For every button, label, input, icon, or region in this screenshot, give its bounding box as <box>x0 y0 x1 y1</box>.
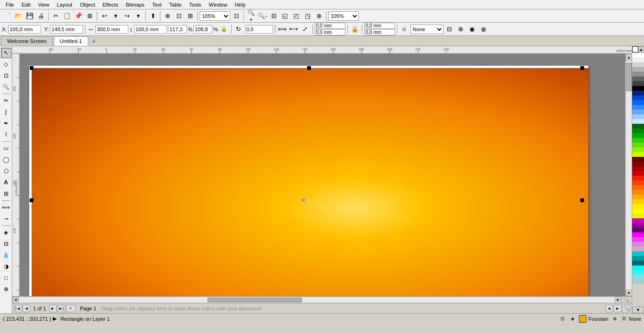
color-green2[interactable] <box>632 133 644 138</box>
menu-object[interactable]: Object <box>76 1 99 9</box>
cut-button[interactable]: ✂ <box>50 11 61 21</box>
color-teal2[interactable] <box>632 256 644 261</box>
zoom-page-button[interactable]: ◱ <box>280 11 290 21</box>
save-button[interactable]: 💾 <box>25 11 35 21</box>
extra-btn2[interactable]: ⊕ <box>456 24 466 34</box>
lock-ratio-button[interactable]: 🔒 <box>219 24 229 34</box>
status-btn1[interactable]: ⊡ <box>558 315 567 323</box>
color-darkgray[interactable] <box>632 77 644 81</box>
zoom-fit-button[interactable]: ⊟ <box>268 11 279 21</box>
tool-crop[interactable]: ⊡ <box>1 70 11 81</box>
color-cyan4[interactable] <box>632 280 644 284</box>
transform-btn1[interactable]: ↻ <box>234 24 244 34</box>
tool-connector[interactable]: ⊸ <box>1 214 11 224</box>
h-input[interactable] <box>134 25 167 34</box>
color-cyan2[interactable] <box>632 270 644 275</box>
color-green1[interactable] <box>632 128 644 133</box>
color-purple1[interactable] <box>632 218 644 223</box>
zoom-extra[interactable]: ⊡ <box>231 11 242 21</box>
color-pink3[interactable] <box>632 247 644 251</box>
x-input[interactable] <box>8 25 41 34</box>
color-red3[interactable] <box>632 171 644 176</box>
new-button[interactable]: 📄 <box>2 11 12 21</box>
vscroll-thumb[interactable] <box>626 63 632 91</box>
color-midgray[interactable] <box>632 72 644 77</box>
color-yellow4[interactable] <box>632 214 644 218</box>
color-green3[interactable] <box>632 138 644 143</box>
status-btn3[interactable]: ⊕ <box>611 315 619 323</box>
handle-tl[interactable] <box>30 66 33 70</box>
rect-object[interactable] <box>32 68 588 296</box>
color-darkgreen[interactable] <box>632 124 644 128</box>
menu-window[interactable]: Window <box>205 1 231 9</box>
tool-selector[interactable]: ↖ <box>1 48 11 58</box>
pct1-input[interactable] <box>168 25 187 34</box>
extra-btn1[interactable]: ⊟ <box>444 24 455 34</box>
pos1-input[interactable] <box>315 23 345 29</box>
rotate-input[interactable] <box>245 25 273 34</box>
tool-bezier[interactable]: ∫ <box>1 107 11 117</box>
extra-btn3[interactable]: ◉ <box>467 24 477 34</box>
color-white[interactable] <box>632 53 644 58</box>
print-button[interactable]: 🖨 <box>36 11 46 21</box>
page-last-button[interactable]: ►| <box>58 305 65 312</box>
undo-button[interactable]: ↩ <box>99 11 109 21</box>
color-orange2[interactable] <box>632 190 644 195</box>
handle-ml[interactable] <box>30 198 33 202</box>
color-gray[interactable] <box>632 67 644 72</box>
hscrollbar[interactable]: ◄ ► 🔍 <box>12 296 632 303</box>
color-blue4[interactable] <box>632 110 644 114</box>
vscrollbar[interactable]: ▲ ▼ <box>625 54 632 296</box>
flip-v-button[interactable]: ⟷ <box>289 24 299 34</box>
page-first-button[interactable]: |◄ <box>14 305 22 312</box>
redo-list-button[interactable]: ▾ <box>133 11 143 21</box>
redo-button[interactable]: ↪ <box>122 11 132 21</box>
w-input[interactable] <box>95 25 128 34</box>
paste-special-button[interactable]: ⊞ <box>84 11 95 21</box>
color-navy[interactable] <box>632 91 644 95</box>
none-select[interactable]: None <box>410 25 443 34</box>
menu-help[interactable]: Help <box>231 1 250 9</box>
page-prev-button[interactable]: ◄ <box>23 305 30 312</box>
tool-ellipse[interactable]: ◯ <box>1 154 11 165</box>
color-yellow3[interactable] <box>632 209 644 214</box>
zoom-sel-button[interactable]: ◰ <box>291 11 301 21</box>
color-red4[interactable] <box>632 176 644 180</box>
menu-view[interactable]: View <box>34 1 53 9</box>
tool-zoom[interactable]: 🔍 <box>1 82 11 92</box>
tab-untitled[interactable]: Untitled-1 <box>54 36 88 46</box>
open-button[interactable]: 📂 <box>13 11 24 21</box>
hscroll-right[interactable]: ► <box>615 297 621 303</box>
color-yellow-green[interactable] <box>632 147 644 152</box>
vscroll-down[interactable]: ▼ <box>626 290 632 296</box>
palette-scroll-down[interactable]: ▼ <box>632 307 644 313</box>
menu-text[interactable]: Text <box>148 1 165 9</box>
zoom-all-button[interactable]: ◳ <box>302 11 313 21</box>
fill-color-swatch[interactable] <box>579 315 586 323</box>
tool-dimension[interactable]: ⟺ <box>1 202 11 213</box>
menu-bitmaps[interactable]: Bitmaps <box>122 1 149 9</box>
pos3-input[interactable] <box>364 23 395 29</box>
tool-shadow[interactable]: □ <box>1 273 11 283</box>
page-next-button[interactable]: ► <box>49 305 57 312</box>
color-teal1[interactable] <box>632 251 644 256</box>
hscroll-left[interactable]: ◄ <box>12 297 19 303</box>
color-purple2[interactable] <box>632 223 644 228</box>
tool-text[interactable]: A <box>1 177 11 188</box>
menu-effects[interactable]: Effects <box>99 1 122 9</box>
color-lightgray1[interactable] <box>632 58 644 62</box>
tool-shape[interactable]: ◇ <box>1 59 11 69</box>
pos4-input[interactable] <box>364 29 395 35</box>
page-add-button[interactable]: + <box>66 305 75 312</box>
handle-tr[interactable] <box>580 66 584 70</box>
color-blue1[interactable] <box>632 95 644 100</box>
color-blue5[interactable] <box>632 114 644 119</box>
zoom-minus-button[interactable]: 🔍 <box>622 305 630 312</box>
color-amber[interactable] <box>632 195 644 199</box>
y-input[interactable] <box>50 25 83 34</box>
menu-layout[interactable]: Layout <box>53 1 76 9</box>
color-lightgray2[interactable] <box>632 62 644 67</box>
color-red5[interactable] <box>632 180 644 185</box>
tool-blend[interactable]: ⊕ <box>1 284 11 294</box>
snap2-button[interactable]: ⊡ <box>174 11 184 21</box>
